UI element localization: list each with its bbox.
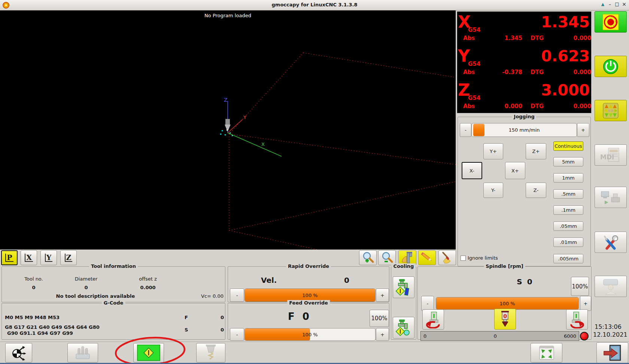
jog-speed-slider[interactable]: 150 mm/min [471,123,577,137]
spindle-minus-button[interactable]: - [421,296,434,311]
exit-door-icon [602,344,623,362]
manual-mode-button[interactable] [595,100,627,121]
spindle-reset-100-button[interactable]: 100% [571,277,589,296]
feed-minus-button[interactable]: - [230,328,244,341]
offset-z-value: 0.000 [125,285,170,290]
spindle-rpm-scale: 0 0 6000 [420,331,579,341]
dimensions-button[interactable] [398,250,416,265]
clear-preview-button[interactable] [438,250,456,265]
mist-coolant-button[interactable] [393,317,414,339]
tool-description: No tool description available [24,293,167,299]
jog-arrows-icon [602,102,619,119]
dro-system: G54 [468,95,480,101]
machine-extents-wireframe: Z Y X [0,10,456,250]
zoom-out-button[interactable] [378,250,396,265]
edit-gcode-button[interactable] [418,250,436,265]
increment-05mm-button[interactable]: .5mm [553,189,583,199]
feed-reset-100-button[interactable]: 100% [370,310,389,327]
view-x-label: X [25,254,33,262]
gcode-title: G-Code [102,300,125,306]
diameter-value: 0 [64,285,109,290]
feed-override-frame: Feed Override F 0 100% - 100 % + [228,303,389,340]
settings-button[interactable] [595,232,627,253]
diameter-label: Diameter [64,276,109,282]
dro-abs-value: 1.345 [498,35,522,42]
title-bar: gmoccapy for LinuxCNC 3.1.3.8 ▲ – □ × [0,0,629,10]
cooling-title: Cooling [392,263,416,269]
svg-text:0: 0 [503,313,507,319]
view-x-button[interactable]: X [21,250,37,265]
estop-button[interactable]: Emergency-Stop [595,11,627,33]
machine-on-button[interactable] [595,56,627,77]
rapid-plus-button[interactable]: + [376,288,389,302]
increment-001mm-button[interactable]: .01mm [553,238,583,247]
x-axis-label: X [261,141,265,147]
window-title: gmoccapy for LinuxCNC 3.1.3.8 [0,2,629,7]
jog-y-plus-button[interactable]: Y+ [483,143,503,159]
zoom-in-icon [361,251,375,264]
increment-01mm-button[interactable]: .1mm [553,205,583,215]
rapid-override-title: Rapid Override [286,263,331,269]
ignore-limits-checkbox[interactable] [461,256,466,261]
increment-continuous-button[interactable]: Continuous [553,141,583,151]
jog-speed-plus-button[interactable]: + [577,123,589,137]
user-icon [600,278,621,295]
mdi-icon: MDI [599,147,622,163]
jog-x-minus-button[interactable]: X- [462,162,482,179]
mdi-mode-button[interactable]: MDI [595,144,627,166]
jog-speed-minus-button[interactable]: - [460,123,471,137]
window-close-button[interactable]: × [621,1,627,7]
spindle-cw-button[interactable] [566,309,588,330]
spindle-override-slider[interactable]: 100 % [436,297,579,310]
auto-mode-button[interactable] [595,187,627,208]
spindle-scale-max: 6000 [564,333,576,339]
gcode-f-value: 0 [203,315,224,320]
increment-5mm-button[interactable]: 5mm [553,157,583,166]
clock-date: 12.10.2021 [593,331,629,338]
dro-dtg-value: 0.000 [566,103,591,110]
window-shade-button[interactable]: ▲ [600,2,606,8]
touch-off-origin-button[interactable] [5,343,32,363]
view-y-button[interactable]: Y [40,250,57,265]
tool-change-button[interactable] [196,343,225,363]
svg-text:MDI: MDI [600,153,614,161]
zoom-in-button[interactable] [359,250,377,265]
view-p-button[interactable]: P [1,250,18,265]
feed-value: F 0 [288,311,309,322]
dro-abs-value: -0.378 [498,69,522,76]
user-settings-button[interactable] [595,276,627,297]
block-height-button[interactable] [67,343,98,363]
rapid-override-percent: 100 % [245,289,375,302]
jog-z-minus-button[interactable]: Z- [526,183,546,198]
rapid-minus-button[interactable]: - [230,288,244,302]
offset-z-label: offset z [125,276,170,282]
feed-plus-button[interactable]: + [376,328,389,341]
jog-z-plus-button[interactable]: Z+ [526,143,546,159]
increment-0005mm-button[interactable]: .005mm [553,254,583,263]
spindle-ccw-button[interactable] [422,309,444,330]
view-z-button[interactable]: Z [60,250,77,265]
spindle-stop-button[interactable]: 0 [494,309,516,330]
fullscreen-arrows-icon [537,345,556,361]
gremlin-preview[interactable]: No Program loaded Z Y X [0,10,456,250]
increment-1mm-button[interactable]: 1mm [553,173,583,183]
spindle-speed-value: S 0 [508,277,541,286]
spindle-ccw-icon [424,311,443,328]
spindle-stop-icon: 0 [496,310,514,328]
spindle-plus-button[interactable]: + [580,296,591,311]
spindle-override-percent: 100 % [436,297,578,309]
exit-button[interactable] [596,342,628,363]
emergency-stop-icon: Emergency-Stop [602,13,620,31]
window-minimize-button[interactable]: – [607,2,613,8]
increment-005mm-button[interactable]: .05mm [553,221,583,231]
dimensions-caliper-icon [400,251,415,264]
window-maximize-button[interactable]: □ [614,1,620,7]
gcode-active-mcodes: M0 M5 M9 M48 M53 [5,315,60,320]
jog-y-minus-button[interactable]: Y- [483,183,503,198]
jog-x-plus-button[interactable]: X+ [505,162,525,179]
feed-override-slider[interactable]: 100 % [244,328,376,341]
flood-coolant-button[interactable] [393,276,414,298]
fullscreen-button[interactable] [531,343,562,363]
rapid-override-slider[interactable]: 100 % [244,288,376,302]
gcode-s-value: 0 [203,327,224,333]
